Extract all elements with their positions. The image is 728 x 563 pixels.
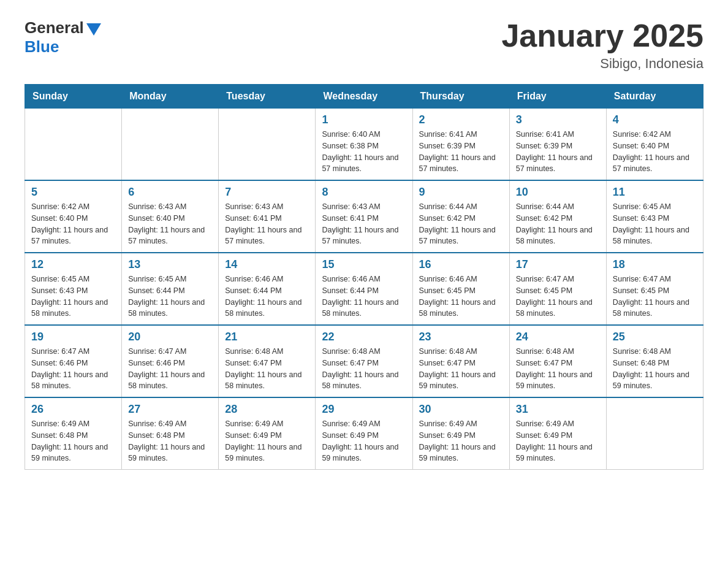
calendar-cell: 20Sunrise: 6:47 AM Sunset: 6:46 PM Dayli…	[122, 325, 219, 397]
calendar-cell: 26Sunrise: 6:49 AM Sunset: 6:48 PM Dayli…	[25, 397, 122, 470]
day-number: 16	[419, 258, 503, 271]
day-number: 15	[322, 258, 406, 271]
day-number: 6	[128, 186, 212, 199]
calendar-week-row: 26Sunrise: 6:49 AM Sunset: 6:48 PM Dayli…	[25, 397, 703, 470]
day-info: Sunrise: 6:46 AM Sunset: 6:45 PM Dayligh…	[419, 274, 503, 320]
calendar-cell: 8Sunrise: 6:43 AM Sunset: 6:41 PM Daylig…	[316, 180, 412, 253]
day-number: 23	[419, 331, 503, 343]
day-info: Sunrise: 6:47 AM Sunset: 6:46 PM Dayligh…	[128, 346, 212, 392]
day-info: Sunrise: 6:46 AM Sunset: 6:44 PM Dayligh…	[225, 274, 309, 320]
day-number: 5	[31, 186, 115, 199]
day-info: Sunrise: 6:47 AM Sunset: 6:45 PM Dayligh…	[613, 274, 697, 320]
calendar-cell: 5Sunrise: 6:42 AM Sunset: 6:40 PM Daylig…	[25, 180, 122, 253]
calendar-cell: 12Sunrise: 6:45 AM Sunset: 6:43 PM Dayli…	[25, 253, 122, 325]
day-info: Sunrise: 6:49 AM Sunset: 6:48 PM Dayligh…	[128, 418, 212, 464]
calendar-cell: 6Sunrise: 6:43 AM Sunset: 6:40 PM Daylig…	[122, 180, 219, 253]
calendar-cell: 18Sunrise: 6:47 AM Sunset: 6:45 PM Dayli…	[606, 253, 703, 325]
day-number: 30	[419, 403, 503, 416]
calendar-cell: 10Sunrise: 6:44 AM Sunset: 6:42 PM Dayli…	[509, 180, 606, 253]
day-number: 10	[516, 186, 600, 199]
day-info: Sunrise: 6:45 AM Sunset: 6:43 PM Dayligh…	[31, 274, 115, 320]
calendar-cell: 7Sunrise: 6:43 AM Sunset: 6:41 PM Daylig…	[219, 180, 316, 253]
day-info: Sunrise: 6:43 AM Sunset: 6:41 PM Dayligh…	[322, 201, 406, 247]
calendar-week-row: 12Sunrise: 6:45 AM Sunset: 6:43 PM Dayli…	[25, 253, 703, 325]
calendar-cell: 11Sunrise: 6:45 AM Sunset: 6:43 PM Dayli…	[606, 180, 703, 253]
day-info: Sunrise: 6:44 AM Sunset: 6:42 PM Dayligh…	[419, 201, 503, 247]
day-info: Sunrise: 6:43 AM Sunset: 6:40 PM Dayligh…	[128, 201, 212, 247]
logo-triangle-icon	[86, 23, 101, 36]
logo-general: General	[25, 18, 84, 37]
day-header-tuesday: Tuesday	[219, 85, 316, 109]
day-header-saturday: Saturday	[606, 85, 703, 109]
calendar-cell: 21Sunrise: 6:48 AM Sunset: 6:47 PM Dayli…	[219, 325, 316, 397]
day-header-thursday: Thursday	[412, 85, 509, 109]
day-info: Sunrise: 6:45 AM Sunset: 6:43 PM Dayligh…	[613, 201, 697, 247]
day-info: Sunrise: 6:42 AM Sunset: 6:40 PM Dayligh…	[31, 201, 115, 247]
day-number: 12	[31, 258, 115, 271]
day-info: Sunrise: 6:49 AM Sunset: 6:48 PM Dayligh…	[31, 418, 115, 464]
day-number: 7	[225, 186, 309, 199]
calendar-cell: 17Sunrise: 6:47 AM Sunset: 6:45 PM Dayli…	[509, 253, 606, 325]
day-info: Sunrise: 6:40 AM Sunset: 6:38 PM Dayligh…	[322, 129, 406, 175]
day-number: 19	[31, 331, 115, 343]
day-info: Sunrise: 6:49 AM Sunset: 6:49 PM Dayligh…	[516, 418, 600, 464]
day-number: 1	[322, 113, 406, 126]
calendar-cell: 13Sunrise: 6:45 AM Sunset: 6:44 PM Dayli…	[122, 253, 219, 325]
calendar-cell	[122, 109, 219, 181]
day-info: Sunrise: 6:44 AM Sunset: 6:42 PM Dayligh…	[516, 201, 600, 247]
day-info: Sunrise: 6:48 AM Sunset: 6:47 PM Dayligh…	[516, 346, 600, 392]
calendar-cell: 15Sunrise: 6:46 AM Sunset: 6:44 PM Dayli…	[316, 253, 412, 325]
calendar-cell: 31Sunrise: 6:49 AM Sunset: 6:49 PM Dayli…	[509, 397, 606, 470]
calendar-cell	[25, 109, 122, 181]
day-number: 11	[613, 186, 697, 199]
calendar-table: SundayMondayTuesdayWednesdayThursdayFrid…	[25, 84, 703, 470]
day-number: 14	[225, 258, 309, 271]
calendar-title: January 2025	[501, 18, 703, 53]
day-number: 26	[31, 403, 115, 416]
day-number: 27	[128, 403, 212, 416]
day-number: 31	[516, 403, 600, 416]
day-number: 17	[516, 258, 600, 271]
logo-blue: Blue	[25, 37, 59, 56]
day-number: 20	[128, 331, 212, 343]
day-info: Sunrise: 6:47 AM Sunset: 6:46 PM Dayligh…	[31, 346, 115, 392]
calendar-cell: 23Sunrise: 6:48 AM Sunset: 6:47 PM Dayli…	[412, 325, 509, 397]
day-number: 24	[516, 331, 600, 343]
day-number: 13	[128, 258, 212, 271]
day-info: Sunrise: 6:48 AM Sunset: 6:47 PM Dayligh…	[322, 346, 406, 392]
calendar-cell: 29Sunrise: 6:49 AM Sunset: 6:49 PM Dayli…	[316, 397, 412, 470]
day-header-wednesday: Wednesday	[316, 85, 412, 109]
calendar-header-row: SundayMondayTuesdayWednesdayThursdayFrid…	[25, 85, 703, 109]
day-info: Sunrise: 6:41 AM Sunset: 6:39 PM Dayligh…	[516, 129, 600, 175]
day-number: 29	[322, 403, 406, 416]
day-number: 8	[322, 186, 406, 199]
day-info: Sunrise: 6:45 AM Sunset: 6:44 PM Dayligh…	[128, 274, 212, 320]
calendar-week-row: 1Sunrise: 6:40 AM Sunset: 6:38 PM Daylig…	[25, 109, 703, 181]
day-info: Sunrise: 6:48 AM Sunset: 6:47 PM Dayligh…	[225, 346, 309, 392]
day-info: Sunrise: 6:43 AM Sunset: 6:41 PM Dayligh…	[225, 201, 309, 247]
day-number: 28	[225, 403, 309, 416]
calendar-cell: 3Sunrise: 6:41 AM Sunset: 6:39 PM Daylig…	[509, 109, 606, 181]
day-header-friday: Friday	[509, 85, 606, 109]
day-info: Sunrise: 6:49 AM Sunset: 6:49 PM Dayligh…	[322, 418, 406, 464]
calendar-cell: 9Sunrise: 6:44 AM Sunset: 6:42 PM Daylig…	[412, 180, 509, 253]
day-info: Sunrise: 6:49 AM Sunset: 6:49 PM Dayligh…	[419, 418, 503, 464]
calendar-cell: 2Sunrise: 6:41 AM Sunset: 6:39 PM Daylig…	[412, 109, 509, 181]
day-info: Sunrise: 6:47 AM Sunset: 6:45 PM Dayligh…	[516, 274, 600, 320]
header: General Blue January 2025 Sibigo, Indone…	[25, 18, 703, 72]
day-number: 21	[225, 331, 309, 343]
day-info: Sunrise: 6:46 AM Sunset: 6:44 PM Dayligh…	[322, 274, 406, 320]
calendar-week-row: 5Sunrise: 6:42 AM Sunset: 6:40 PM Daylig…	[25, 180, 703, 253]
day-info: Sunrise: 6:42 AM Sunset: 6:40 PM Dayligh…	[613, 129, 697, 175]
day-info: Sunrise: 6:48 AM Sunset: 6:48 PM Dayligh…	[613, 346, 697, 392]
calendar-cell: 27Sunrise: 6:49 AM Sunset: 6:48 PM Dayli…	[122, 397, 219, 470]
day-info: Sunrise: 6:48 AM Sunset: 6:47 PM Dayligh…	[419, 346, 503, 392]
calendar-cell: 14Sunrise: 6:46 AM Sunset: 6:44 PM Dayli…	[219, 253, 316, 325]
calendar-cell: 22Sunrise: 6:48 AM Sunset: 6:47 PM Dayli…	[316, 325, 412, 397]
calendar-cell: 19Sunrise: 6:47 AM Sunset: 6:46 PM Dayli…	[25, 325, 122, 397]
day-info: Sunrise: 6:49 AM Sunset: 6:49 PM Dayligh…	[225, 418, 309, 464]
calendar-cell: 25Sunrise: 6:48 AM Sunset: 6:48 PM Dayli…	[606, 325, 703, 397]
day-number: 3	[516, 113, 600, 126]
day-number: 22	[322, 331, 406, 343]
calendar-cell	[219, 109, 316, 181]
